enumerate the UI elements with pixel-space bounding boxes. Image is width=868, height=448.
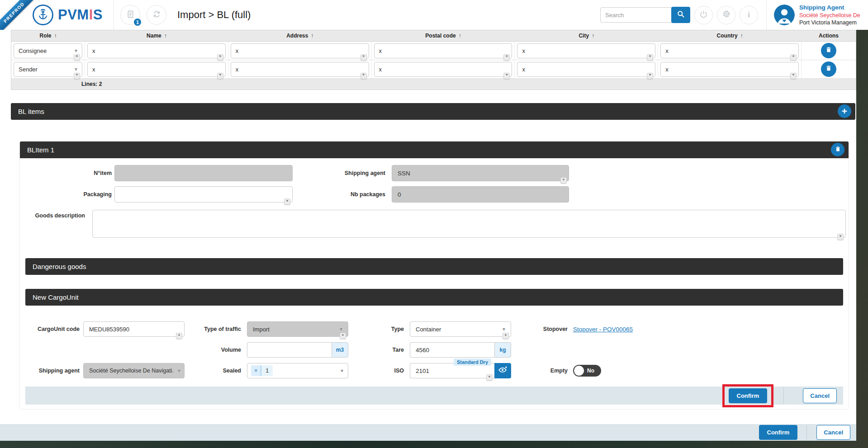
required-marker: * [790,54,797,61]
search-input[interactable] [600,7,673,23]
avatar[interactable] [774,5,795,25]
volume-field: m3 [247,342,348,358]
delete-row-button[interactable] [821,61,836,77]
iso-field: Standard Dry 2101* [410,363,511,378]
column-header-name[interactable]: Name↑ [85,33,228,39]
tare-label: Tare [348,347,410,353]
form-footer-bar: Confirm Cancel [0,424,856,441]
postal-code-value: x [379,66,382,73]
logout-button[interactable] [694,6,713,24]
column-header-postal-code[interactable]: Postal code↑ [372,33,515,39]
new-cargo-unit-section-header: New CargoUnit [25,289,843,306]
name-value: x [92,47,95,54]
country-value: x [665,66,669,73]
user-info: Shipping Agent Société Seychelloise De P… [799,4,868,26]
shipping-agent-value: SSN [398,170,410,177]
postal-code-input[interactable]: x* [374,62,512,77]
tare-unit: kg [494,342,511,358]
add-bl-item-button[interactable]: + [838,104,851,118]
page-title: Import > BL (full) [177,9,251,21]
delete-row-button[interactable] [821,43,836,58]
main-content: Role↑ Name↑ Address↑ Postal code↑ City↑ … [0,30,856,441]
column-label: Country [717,33,738,39]
n-item-field [114,165,293,181]
user-company: Société Seychelloise De [799,12,868,19]
city-value: x [522,66,525,73]
plus-icon: + [842,106,847,116]
tare-value: 4560 [416,347,429,354]
role-select[interactable]: Consignee▾* [14,43,82,58]
nb-packages-label: Nb packages [293,191,392,198]
documents-button[interactable]: 1 [120,5,140,25]
cargo-unit-form: CargoUnit code MEDU8539590* Type of traf… [20,321,849,405]
sort-asc-icon: ↑ [54,33,57,39]
cargo-unit-code-input[interactable]: MEDU8539590* [83,321,185,337]
footer-confirm-button[interactable]: Confirm [759,425,798,440]
table-row: Consignee▾* x* x* x* x* x* [11,42,856,60]
column-header-role[interactable]: Role↑ [11,33,85,39]
postal-code-input[interactable]: x* [374,43,512,58]
type-of-traffic-value: Import [253,326,270,333]
toggle-state-label: No [587,368,594,374]
confirm-button[interactable]: Confirm [729,388,768,403]
nb-packages-field: 0 [392,186,569,203]
tare-input[interactable]: 4560 [410,342,494,358]
search-icon [676,9,685,20]
type-select[interactable]: Container▾* [410,321,511,337]
info-button[interactable]: i [740,6,758,24]
required-marker: * [74,54,80,61]
column-label: Role [39,33,51,39]
empty-toggle[interactable]: No [573,365,601,377]
volume-input[interactable] [247,342,332,358]
required-marker: * [503,54,510,61]
section-title: Dangerous goods [33,263,86,270]
column-header-address[interactable]: Address↑ [228,33,372,39]
settings-button[interactable] [717,6,735,24]
column-header-country[interactable]: Country↑ [658,33,802,39]
power-icon [699,10,708,20]
table-footer: Lines: 2 [11,79,856,90]
country-input[interactable]: x* [660,43,799,58]
goods-description-textarea[interactable]: * [92,210,846,238]
required-marker: * [503,73,510,79]
postal-code-value: x [379,47,382,54]
name-input[interactable]: x* [87,62,226,77]
required-marker: * [217,73,223,79]
logo-i: I [89,7,93,23]
trash-icon [825,46,832,55]
document-count-badge: 1 [133,18,142,27]
required-marker: * [284,198,290,205]
search-button[interactable] [671,7,690,23]
chevron-down-icon: ▾ [341,368,343,374]
footer-cancel-button[interactable]: Cancel [816,425,850,440]
chip-remove-icon[interactable]: × [251,365,261,376]
city-input[interactable]: x* [517,62,655,77]
toggle-knob [574,366,584,376]
iso-lookup-button[interactable] [494,363,511,378]
header-divider [114,0,114,30]
sort-asc-icon: ↑ [740,33,743,39]
type-of-traffic-label: Type of traffic [185,326,247,332]
required-marker: * [503,333,509,339]
stopover-link[interactable]: Stopover - POV00065 [573,326,633,333]
tare-field: 4560 kg [410,342,511,358]
cancel-button[interactable]: Cancel [803,388,837,403]
refresh-button[interactable] [147,5,166,25]
required-marker: * [560,177,567,184]
address-value: x [236,66,239,73]
city-input[interactable]: x* [517,43,655,58]
role-select[interactable]: Sender▾* [14,62,82,77]
required-marker: * [647,73,653,79]
sealed-multiselect[interactable]: × 1 ▾ [247,363,348,378]
column-header-city[interactable]: City↑ [515,33,658,39]
address-input[interactable]: x* [231,62,369,77]
goods-description-label: Goods description [20,212,92,219]
delete-bl-item-button[interactable] [831,143,844,156]
address-input[interactable]: x* [231,43,369,58]
country-input[interactable]: x* [660,62,799,77]
section-title: New CargoUnit [33,293,79,301]
packaging-field[interactable]: * [114,186,293,203]
lines-count: Lines: 2 [81,81,102,87]
name-input[interactable]: x* [87,43,226,58]
required-marker: * [176,333,182,339]
